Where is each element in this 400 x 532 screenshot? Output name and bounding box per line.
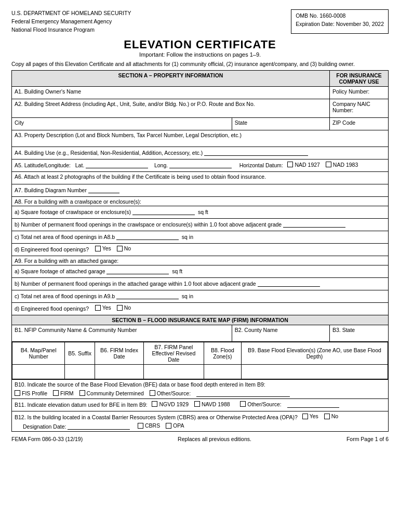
b10-row: B10. Indicate the source of the Base Flo… (12, 380, 389, 399)
a9a-field[interactable] (106, 267, 169, 274)
b7-label-cell: B7. FIRM Panel Effective/ Revised Date (144, 342, 204, 365)
community-checkbox-item: Community Determined (79, 390, 144, 396)
a9-label: A9. For a building with an attached gara… (15, 258, 118, 264)
navd-label: NAVD 1988 (202, 401, 230, 407)
community-label: Community Determined (87, 390, 144, 396)
a8d-cell: d) Engineered flood openings? Yes No (12, 244, 389, 256)
fis-checkbox[interactable] (15, 390, 20, 396)
b4-b9-table: B4. Map/Panel Number B5. Suffix B6. FIRM… (12, 342, 388, 379)
a8a-row: a) Square footage of crawlspace or enclo… (12, 206, 389, 219)
zip-label: ZIP Code (332, 119, 355, 126)
b6-label-cell: B6. FIRM Index Date (95, 342, 144, 365)
community-checkbox[interactable] (79, 390, 85, 396)
b4-label-cell: B4. Map/Panel Number (12, 342, 65, 365)
b11-other-item: Other/Source: (240, 401, 281, 407)
cbrs-checkbox[interactable] (138, 423, 143, 429)
opa-label: OPA (173, 422, 184, 429)
a1-row: A1. Building Owner's Name Policy Number: (12, 87, 389, 99)
a8c-field[interactable] (116, 233, 179, 240)
ngvd-checkbox[interactable] (152, 401, 157, 407)
form-number: FEMA Form 086-0-33 (12/19) (11, 436, 83, 442)
city-cell: City (12, 118, 232, 130)
a8d-no-checkbox[interactable] (117, 246, 123, 251)
nad1927-checkbox[interactable] (287, 162, 293, 167)
b6-value-cell[interactable] (95, 365, 144, 379)
b12-yes-checkbox[interactable] (302, 414, 308, 419)
a8d-yes-item: Yes (95, 245, 111, 251)
a9b-field[interactable] (258, 280, 320, 287)
a9d-no-checkbox[interactable] (117, 305, 123, 311)
agency-line1: U.S. DEPARTMENT OF HOMELAND SECURITY (11, 9, 131, 18)
a9d-yes-checkbox[interactable] (95, 305, 101, 311)
a6-label: A6. Attach at least 2 photographs of the… (15, 174, 266, 180)
a7-field[interactable] (88, 186, 119, 193)
designation-field[interactable] (68, 422, 130, 430)
long-field[interactable] (169, 161, 232, 168)
b11-other-checkbox[interactable] (240, 401, 246, 407)
opa-checkbox[interactable] (166, 423, 171, 429)
section-b-header-row: SECTION B – FLOOD INSURANCE RATE MAP (FI… (12, 315, 389, 325)
b11-cell: B11. Indicate elevation datum used for B… (12, 399, 389, 411)
sqin-label: sq in (182, 234, 193, 240)
naic-label: Company NAIC Number: (332, 101, 370, 113)
b2-label: B2. County Name (235, 327, 278, 333)
navd-checkbox[interactable] (194, 401, 200, 407)
b4-b9-container: B4. Map/Panel Number B5. Suffix B6. FIRM… (12, 342, 389, 380)
b12-no-checkbox[interactable] (324, 414, 330, 419)
a8c-row: c) Total net area of flood openings in A… (12, 231, 389, 244)
section-b-header: SECTION B – FLOOD INSURANCE RATE MAP (FI… (12, 315, 389, 325)
a8a-field[interactable] (132, 208, 195, 215)
a9c-label: c) Total net area of flood openings in A… (15, 293, 115, 299)
a9c-cell: c) Total net area of flood openings in A… (12, 290, 389, 303)
a8d-yes-checkbox[interactable] (95, 246, 101, 251)
b4-value-cell[interactable] (12, 365, 65, 379)
b11-other-field[interactable] (287, 401, 339, 408)
b10-options: FIS Profile FIRM Community Determined Ot… (15, 390, 385, 397)
insurance-header: FOR INSURANCE COMPANY USE (329, 71, 388, 87)
a9d-no-label: No (124, 304, 131, 311)
b11-label: B11. Indicate elevation datum used for B… (15, 402, 148, 408)
a9-header-row: A9. For a building with an attached gara… (12, 256, 389, 265)
ngvd-checkbox-item: NGVD 1929 (152, 401, 189, 407)
a9c-field[interactable] (116, 292, 179, 299)
b1-b2-b3-row: B1. NFIP Community Name & Community Numb… (12, 325, 389, 342)
b11-other-label: Other/Source: (247, 401, 281, 407)
agency-line2: Federal Emergency Management Agency (11, 18, 131, 26)
b9-value-cell[interactable] (242, 365, 388, 379)
b4-label: B4. Map/Panel Number (21, 347, 57, 360)
firm-checkbox[interactable] (53, 390, 59, 396)
copy-note: Copy all pages of this Elevation Certifi… (11, 61, 389, 67)
a3-row: A3. Property Description (Lot and Block … (12, 130, 389, 147)
b7-value-cell[interactable] (144, 365, 204, 379)
b8-value-cell[interactable] (204, 365, 241, 379)
other-source-checkbox[interactable] (150, 390, 155, 396)
a2-label: A2. Building Street Address (including A… (15, 101, 255, 107)
zip-cell: ZIP Code (329, 118, 388, 130)
b5-value-cell[interactable] (65, 365, 95, 379)
a4-field[interactable] (204, 149, 308, 156)
b4-b9-values-row (12, 365, 388, 379)
a8d-yes-label: Yes (102, 245, 111, 251)
b10-other-field[interactable] (196, 390, 290, 397)
a8b-field[interactable] (283, 220, 345, 228)
nad1983-checkbox[interactable] (326, 162, 331, 167)
city-label: City (15, 119, 24, 126)
sqft-label: sq ft (198, 209, 208, 215)
a4-label: A4. Building Use (e.g., Residential, Non… (15, 150, 203, 156)
fis-checkbox-item: FIS Profile (15, 390, 47, 396)
a8a-cell: a) Square footage of crawlspace or enclo… (12, 206, 389, 219)
section-a-header-row: SECTION A – PROPERTY INFORMATION FOR INS… (12, 71, 389, 87)
other-source-label: Other/Source: (157, 390, 191, 396)
b6-label: B6. FIRM Index Date (100, 347, 138, 360)
b3-cell: B3. State (329, 325, 388, 342)
a3-label: A3. Property Description (Lot and Block … (15, 132, 242, 138)
b1-cell: B1. NFIP Community Name & Community Numb… (12, 325, 232, 342)
b4-b9-labels-row: B4. Map/Panel Number B5. Suffix B6. FIRM… (12, 342, 388, 365)
page-footer: FEMA Form 086-0-33 (12/19) Replaces all … (11, 436, 389, 442)
agency-line3: National Flood Insurance Program (11, 26, 131, 34)
b12-yes-label: Yes (310, 413, 318, 419)
a5-cell: A5. Latitude/Longitude: Lat. Long. Horiz… (12, 159, 389, 172)
lat-field[interactable] (86, 161, 148, 168)
a8-label: A8. For a building with a crawlspace or … (15, 198, 141, 205)
b12-label: B12. Is the building located in a Coasta… (15, 414, 298, 420)
